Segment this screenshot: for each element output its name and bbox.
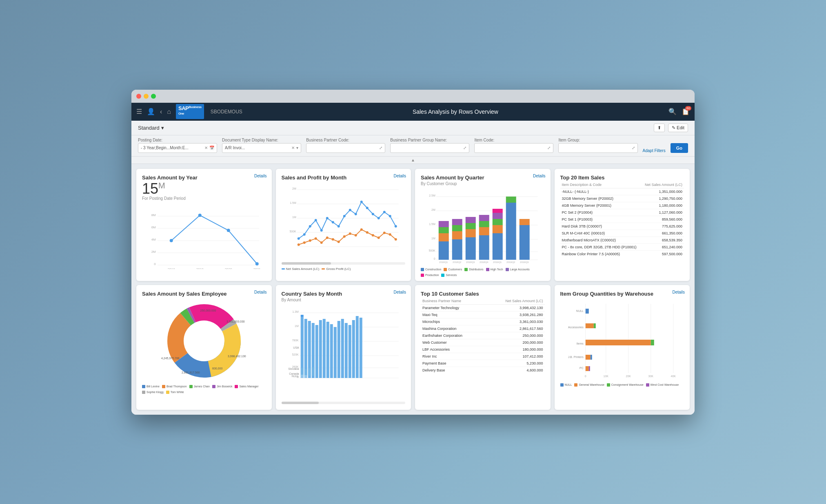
top10-customers-table-scroll[interactable]: Business Partner Name Net Sales Amount (… xyxy=(421,298,545,374)
close-button[interactable] xyxy=(136,94,141,99)
svg-rect-78 xyxy=(439,221,449,227)
home-icon[interactable]: ⌂ xyxy=(167,108,171,115)
posting-date-calendar-icon[interactable]: 📅 xyxy=(209,146,214,150)
collapse-icon[interactable]: ▲ xyxy=(411,158,415,162)
svg-point-50 xyxy=(326,237,328,239)
svg-rect-183 xyxy=(585,366,588,371)
top20-items-table-scroll[interactable]: Item Description & Code Net Sales Amount… xyxy=(560,181,684,257)
donut-chart: 3,361,003.030 3,998,432.130 2,861,617.56… xyxy=(159,300,249,382)
svg-point-34 xyxy=(337,225,340,228)
doc-type-clear-icon[interactable]: ✕ xyxy=(291,146,295,150)
table-row: 4GB Memory Server (P20001)1,180,000.000 xyxy=(560,202,684,209)
svg-rect-76 xyxy=(439,233,449,241)
top20-items-table: Item Description & Code Net Sales Amount… xyxy=(560,181,684,257)
item-group-input[interactable]: ⤢ xyxy=(558,143,637,153)
sales-by-quarter-details[interactable]: Details xyxy=(533,174,546,178)
bp-name-cell: River Inc xyxy=(421,353,484,360)
svg-point-12 xyxy=(227,229,230,232)
svg-rect-148 xyxy=(352,320,355,378)
svg-point-38 xyxy=(360,201,362,203)
posting-date-input[interactable]: - 3 Year;Begin...Month:E... ✕ 📅 xyxy=(138,143,217,153)
svg-text:2019Q1: 2019Q1 xyxy=(493,261,502,263)
country-sales-details[interactable]: Details xyxy=(393,290,406,294)
user-icon[interactable]: 👤 xyxy=(147,108,155,115)
doc-type-input[interactable]: A/R Invoi... ✕ ▾ xyxy=(222,143,301,153)
item-code-label: Item Code: xyxy=(474,138,553,142)
svg-rect-84 xyxy=(466,229,476,237)
svg-rect-152 xyxy=(304,369,307,376)
svg-text:2019Q2: 2019Q2 xyxy=(506,261,515,263)
svg-rect-92 xyxy=(493,225,503,233)
bp-code-expand-icon[interactable]: ⤢ xyxy=(379,146,382,150)
svg-rect-91 xyxy=(493,233,503,260)
item-code-input[interactable]: ⤢ xyxy=(474,143,553,153)
svg-point-52 xyxy=(337,241,340,243)
svg-rect-86 xyxy=(466,217,476,223)
sales-by-employee-card: Sales Amount by Sales Employee Details 3… xyxy=(136,285,272,410)
svg-point-55 xyxy=(354,234,357,237)
svg-text:2M: 2M xyxy=(431,208,435,211)
svg-rect-177 xyxy=(585,323,593,328)
go-button[interactable]: Go xyxy=(671,143,688,153)
svg-text:2019Q3: 2019Q3 xyxy=(520,261,529,263)
page-title: Sales Analysis by Rows Overview xyxy=(247,108,664,115)
search-icon[interactable]: 🔍 xyxy=(668,108,677,115)
net-sales-header: Net Sales Amount (LC) xyxy=(642,181,684,188)
sales-profit-month-details[interactable]: Details xyxy=(393,174,406,178)
country-bar-chart: 1.3M 1M 780K 520K 260K 0 xyxy=(282,305,406,398)
bp-group-label: Business Partner Group Name: xyxy=(390,138,469,142)
svg-rect-138 xyxy=(315,325,318,378)
item-group-expand-icon[interactable]: ⤢ xyxy=(632,146,635,150)
notification-button[interactable]: 📋 60 xyxy=(682,108,690,115)
svg-rect-82 xyxy=(452,219,462,225)
bp-group-expand-icon[interactable]: ⤢ xyxy=(463,146,466,150)
svg-point-35 xyxy=(343,215,345,217)
doc-type-dropdown-icon[interactable]: ▾ xyxy=(296,146,298,150)
country-scrollbar[interactable] xyxy=(282,402,406,404)
country-sales-subtitle: By Amount xyxy=(282,298,406,302)
item-group-warehouse-chart: 0 10K 20K 30K 40K NULL Accessories Items… xyxy=(560,298,684,387)
dashboard: Sales Amount by Year 15M For Posting Dat… xyxy=(131,164,695,415)
legend-gross-profit: Gross Profit (LC) xyxy=(322,267,351,271)
share-button[interactable]: ⬆ xyxy=(654,124,665,132)
employee-legend: Bill Levine Brad Thompson James Chan Jim… xyxy=(142,385,266,394)
menu-icon[interactable]: ☰ xyxy=(136,108,142,115)
svg-rect-87 xyxy=(479,235,489,260)
svg-rect-142 xyxy=(330,324,333,378)
svg-point-32 xyxy=(326,217,328,219)
back-icon[interactable]: ‹ xyxy=(160,108,162,115)
sales-by-employee-details[interactable]: Details xyxy=(254,290,267,294)
donut-chart-container: 3,361,003.030 3,998,432.130 2,861,617.56… xyxy=(142,300,266,382)
table-row: Mashina Corporation2,861,617.560 xyxy=(421,325,545,332)
item-amount-cell: 775,625.000 xyxy=(642,223,684,230)
svg-point-39 xyxy=(366,207,368,209)
item-amount-cell: 597,500.000 xyxy=(642,250,684,257)
standard-button[interactable]: Standard ▾ xyxy=(138,125,164,131)
svg-text:J.B. Printers: J.B. Printers xyxy=(568,356,584,358)
bp-group-input[interactable]: ⤢ xyxy=(390,143,469,153)
item-code-expand-icon[interactable]: ⤢ xyxy=(547,146,551,150)
table-row: PC Set 2 (P10004)1,127,060.000 xyxy=(560,209,684,216)
item-amount-cell: 661,350.000 xyxy=(642,230,684,237)
bp-name-cell: Earthshaker Corporation xyxy=(421,332,484,339)
maximize-button[interactable] xyxy=(151,94,156,99)
svg-rect-83 xyxy=(466,237,476,260)
svg-point-114 xyxy=(184,321,224,360)
svg-text:2.5M: 2.5M xyxy=(429,194,435,197)
edit-button[interactable]: ✎ Edit xyxy=(668,124,688,132)
titlebar xyxy=(131,90,695,103)
bp-code-filter: Business Partner Code: ⤢ xyxy=(306,138,385,153)
svg-rect-150 xyxy=(359,318,362,378)
chart-scrollbar[interactable] xyxy=(282,262,406,265)
minimize-button[interactable] xyxy=(144,94,149,99)
sales-by-quarter-card: Sales Amount by Quarter By Customer Grou… xyxy=(415,169,551,281)
svg-rect-145 xyxy=(341,319,344,378)
app-window: ☰ 👤 ‹ ⌂ SAPBusinessOne SBODEMOUS Sales A… xyxy=(131,90,695,415)
svg-text:2020: 2020 xyxy=(225,267,232,269)
posting-date-clear-icon[interactable]: ✕ xyxy=(204,146,208,150)
item-group-warehouse-details[interactable]: Details xyxy=(672,290,685,294)
svg-point-48 xyxy=(314,237,317,240)
bp-code-input[interactable]: ⤢ xyxy=(306,143,385,153)
adapt-filters-button[interactable]: Adapt Filters xyxy=(643,148,666,153)
sales-by-year-details[interactable]: Details xyxy=(254,174,267,178)
